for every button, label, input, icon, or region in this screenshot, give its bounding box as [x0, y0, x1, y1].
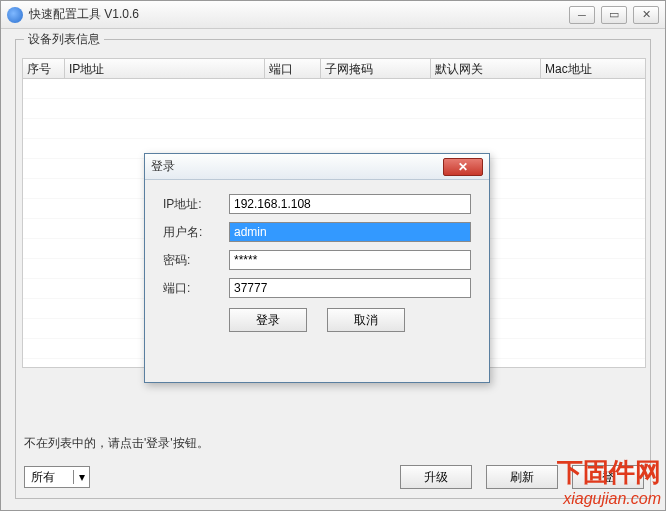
dialog-title: 登录: [151, 158, 443, 175]
col-netmask[interactable]: 子网掩码: [321, 59, 431, 78]
dialog-login-button[interactable]: 登录: [229, 308, 307, 332]
maximize-button[interactable]: ▭: [601, 6, 627, 24]
table-header: 序号 IP地址 端口 子网掩码 默认网关 Mac地址: [23, 59, 645, 79]
app-icon: [7, 7, 23, 23]
close-button[interactable]: ✕: [633, 6, 659, 24]
dialog-buttons: 登录 取消: [163, 308, 471, 332]
upgrade-button[interactable]: 升级: [400, 465, 472, 489]
main-window: 快速配置工具 V1.0.6 ─ ▭ ✕ 设备列表信息 序号 IP地址 端口 子网…: [0, 0, 666, 511]
login-dialog: 登录 ✕ IP地址: 用户名: 密码: 端口: 登录: [144, 153, 490, 383]
hint-text: 不在列表中的，请点击'登录'按钮。: [24, 435, 209, 452]
dialog-titlebar: 登录 ✕: [145, 154, 489, 180]
group-label: 设备列表信息: [24, 31, 104, 48]
filter-select[interactable]: 所有 ▾: [24, 466, 90, 488]
label-user: 用户名:: [163, 224, 229, 241]
chevron-down-icon: ▾: [73, 470, 89, 484]
titlebar: 快速配置工具 V1.0.6 ─ ▭ ✕: [1, 1, 665, 29]
filter-selected: 所有: [25, 469, 73, 486]
refresh-button[interactable]: 刷新: [486, 465, 558, 489]
label-ip: IP地址:: [163, 196, 229, 213]
minimize-button[interactable]: ─: [569, 6, 595, 24]
label-password: 密码:: [163, 252, 229, 269]
password-field[interactable]: [229, 250, 471, 270]
close-icon: ✕: [458, 160, 468, 174]
col-port[interactable]: 端口: [265, 59, 321, 78]
username-field[interactable]: [229, 222, 471, 242]
col-seq[interactable]: 序号: [23, 59, 65, 78]
window-buttons: ─ ▭ ✕: [569, 6, 659, 24]
port-field[interactable]: [229, 278, 471, 298]
col-ip[interactable]: IP地址: [65, 59, 265, 78]
dialog-body: IP地址: 用户名: 密码: 端口: 登录 取消: [145, 180, 489, 342]
dialog-close-button[interactable]: ✕: [443, 158, 483, 176]
dialog-cancel-button[interactable]: 取消: [327, 308, 405, 332]
login-button-main[interactable]: 登: [572, 465, 644, 489]
ip-field[interactable]: [229, 194, 471, 214]
col-gateway[interactable]: 默认网关: [431, 59, 541, 78]
label-port: 端口:: [163, 280, 229, 297]
col-mac[interactable]: Mac地址: [541, 59, 645, 78]
window-title: 快速配置工具 V1.0.6: [29, 6, 569, 23]
bottom-toolbar: 所有 ▾ 升级 刷新 登: [24, 462, 644, 492]
